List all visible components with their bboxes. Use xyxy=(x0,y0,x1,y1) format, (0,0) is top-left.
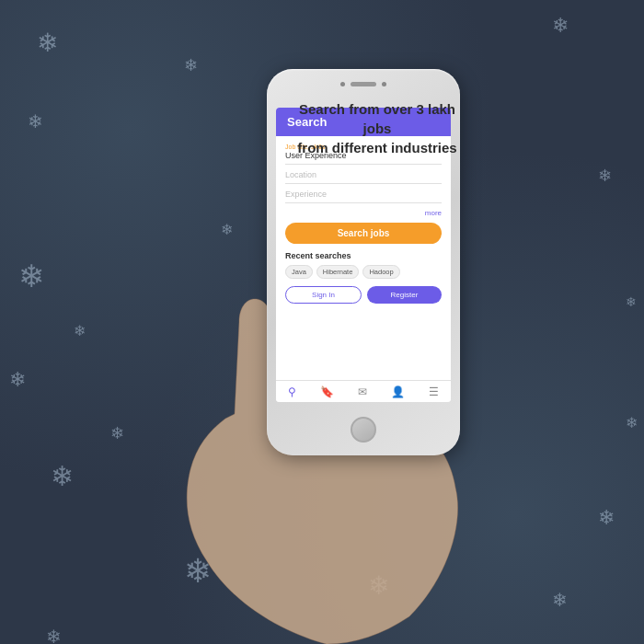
nav-mail-icon[interactable]: ✉ xyxy=(358,385,367,398)
camera-area xyxy=(340,82,386,86)
register-button[interactable]: Register xyxy=(367,286,442,304)
snowflake-17: ❄ xyxy=(221,221,233,238)
search-jobs-button[interactable]: Search jobs xyxy=(285,223,442,244)
snowflake-4: ❄ xyxy=(28,110,43,132)
recent-searches-label: Recent searches xyxy=(285,251,442,260)
tagline: Search from over 3 lakh jobs from differ… xyxy=(285,99,469,157)
home-button[interactable] xyxy=(351,417,376,443)
camera-dot-2 xyxy=(382,82,386,86)
auth-row: Sign In Register xyxy=(285,286,442,304)
snowflake-16: ❄ xyxy=(626,294,637,309)
tag-hadoop[interactable]: Hadoop xyxy=(362,265,399,279)
bottom-nav: ⚲ 🔖 ✉ 👤 ☰ xyxy=(276,380,451,402)
snowflake-12: ❄ xyxy=(368,570,389,601)
snowflake-5: ❄ xyxy=(598,166,612,186)
experience-field-group: Experience xyxy=(285,190,442,203)
nav-search-icon[interactable]: ⚲ xyxy=(288,385,296,398)
recent-search-tags: Java Hibernate Hadoop xyxy=(285,265,442,279)
speaker-bar xyxy=(351,82,376,86)
snowflake-6: ❄ xyxy=(18,258,44,294)
nav-menu-icon[interactable]: ☰ xyxy=(429,385,439,398)
tag-java[interactable]: Java xyxy=(285,265,313,279)
snowflake-15: ❄ xyxy=(626,414,638,431)
experience-placeholder[interactable]: Experience xyxy=(285,190,442,199)
snowflake-3: ❄ xyxy=(552,14,569,38)
nav-person-icon[interactable]: 👤 xyxy=(391,385,405,398)
location-field-group: Location xyxy=(285,170,442,184)
snowflake-14: ❄ xyxy=(598,506,615,530)
snowflake-7: ❄ xyxy=(74,322,86,339)
snowflake-2: ❄ xyxy=(184,55,198,75)
snowflake-11: ❄ xyxy=(184,552,212,591)
nav-bookmark-icon[interactable]: 🔖 xyxy=(320,385,334,398)
camera-dot-1 xyxy=(340,82,345,86)
snowflake-10: ❄ xyxy=(51,460,74,492)
more-link[interactable]: more xyxy=(285,209,442,217)
signin-button[interactable]: Sign In xyxy=(285,286,362,304)
search-form: Job title, skills User Experience Locati… xyxy=(276,136,451,380)
location-placeholder[interactable]: Location xyxy=(285,170,442,179)
tag-hibernate[interactable]: Hibernate xyxy=(316,265,360,279)
snowflake-18: ❄ xyxy=(46,626,62,644)
snowflake-13: ❄ xyxy=(552,589,568,611)
snowflake-1: ❄ xyxy=(37,28,58,58)
snowflake-8: ❄ xyxy=(9,368,26,392)
snowflake-9: ❄ xyxy=(110,423,124,443)
